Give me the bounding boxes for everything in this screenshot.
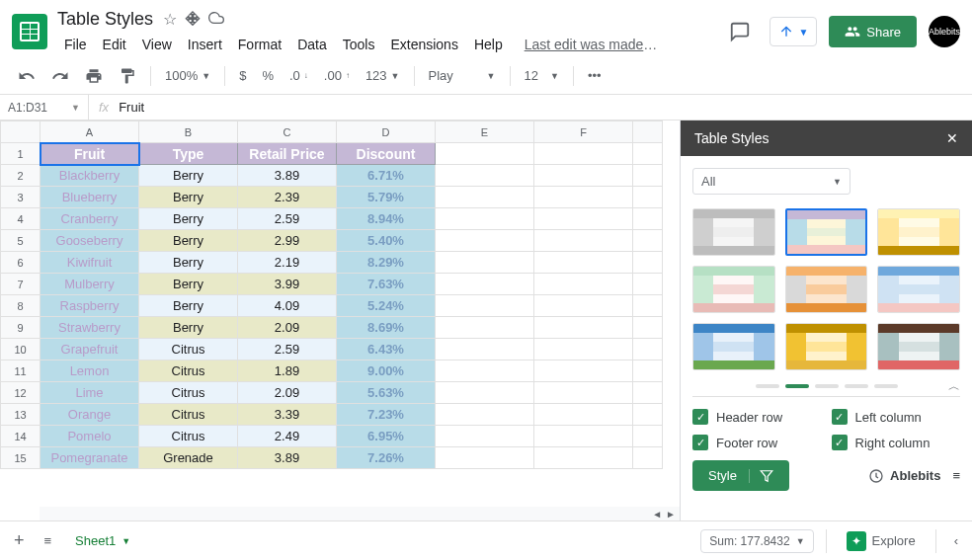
- row-header[interactable]: 13: [1, 404, 40, 426]
- cell[interactable]: 6.95%: [337, 426, 436, 447]
- footer-row-checkbox[interactable]: ✓Footer row: [692, 435, 822, 450]
- cell[interactable]: 6.71%: [337, 165, 436, 187]
- row-header[interactable]: 9: [1, 317, 40, 339]
- cell[interactable]: Cranberry: [40, 208, 139, 230]
- left-column-checkbox[interactable]: ✓Left column: [832, 409, 961, 425]
- cell[interactable]: 7.23%: [337, 404, 436, 426]
- row-header[interactable]: 1: [1, 143, 40, 165]
- filter-icon[interactable]: [749, 469, 773, 483]
- right-column-checkbox[interactable]: ✓Right column: [832, 435, 961, 450]
- menu-format[interactable]: Format: [231, 34, 288, 55]
- cell[interactable]: 9.00%: [337, 360, 436, 382]
- cell[interactable]: 8.29%: [337, 252, 436, 274]
- cell[interactable]: Citrus: [139, 426, 238, 447]
- collapse-icon[interactable]: ︿: [948, 378, 960, 395]
- font-size-select[interactable]: 12 ▼: [519, 64, 565, 87]
- pager-dot[interactable]: [785, 384, 809, 388]
- row-header[interactable]: 5: [1, 230, 40, 252]
- style-thumbnail[interactable]: [692, 208, 775, 256]
- menu-insert[interactable]: Insert: [181, 34, 229, 55]
- menu-tools[interactable]: Tools: [336, 34, 382, 55]
- redo-button[interactable]: [45, 63, 75, 89]
- cell[interactable]: 3.99: [238, 274, 337, 295]
- style-thumbnail[interactable]: [785, 266, 868, 313]
- column-header-C[interactable]: C: [238, 121, 337, 143]
- cell[interactable]: Pomegranate: [40, 447, 139, 469]
- header-row-checkbox[interactable]: ✓Header row: [692, 409, 822, 425]
- star-icon[interactable]: ☆: [163, 10, 177, 29]
- cell[interactable]: Gooseberry: [40, 230, 139, 252]
- select-all-corner[interactable]: [1, 121, 40, 143]
- cell[interactable]: 4.09: [238, 295, 337, 317]
- menu-icon[interactable]: ≡: [952, 468, 960, 483]
- column-header-D[interactable]: D: [337, 121, 436, 143]
- menu-file[interactable]: File: [57, 34, 94, 55]
- cell[interactable]: Berry: [139, 317, 238, 339]
- pager-dot[interactable]: [874, 384, 898, 388]
- cell[interactable]: 5.79%: [337, 187, 436, 208]
- decrease-decimal-button[interactable]: .0↓: [284, 64, 314, 87]
- scroll-right-icon[interactable]: ►: [666, 509, 676, 520]
- spreadsheet-grid[interactable]: ABCDEF1FruitTypeRetail PriceDiscount2Bla…: [0, 120, 680, 520]
- cell[interactable]: Berry: [139, 274, 238, 295]
- percent-button[interactable]: %: [256, 64, 280, 87]
- cell[interactable]: Orange: [40, 404, 139, 426]
- cell[interactable]: 1.89: [238, 360, 337, 382]
- account-avatar[interactable]: Ablebits: [929, 16, 960, 47]
- comments-button[interactable]: [722, 14, 758, 49]
- column-header-A[interactable]: A: [40, 121, 139, 143]
- cell[interactable]: Citrus: [139, 360, 238, 382]
- pager-dot[interactable]: [756, 384, 779, 388]
- style-thumbnail[interactable]: [785, 323, 868, 370]
- move-icon[interactable]: [185, 10, 201, 29]
- name-box[interactable]: A1:D31▼: [0, 95, 89, 120]
- cell[interactable]: Berry: [139, 165, 238, 187]
- sheet-tab[interactable]: Sheet1▼: [65, 527, 140, 554]
- row-header[interactable]: 14: [1, 426, 40, 447]
- style-thumbnail[interactable]: [877, 266, 960, 313]
- table-header-cell[interactable]: Fruit: [40, 143, 139, 165]
- cell[interactable]: Berry: [139, 187, 238, 208]
- menu-edit[interactable]: Edit: [96, 34, 133, 55]
- cell[interactable]: Strawberry: [40, 317, 139, 339]
- cell[interactable]: 2.49: [238, 426, 337, 447]
- horizontal-scrollbar[interactable]: ◄►: [40, 507, 680, 520]
- add-sheet-button[interactable]: +: [8, 526, 31, 555]
- cell[interactable]: 2.39: [238, 187, 337, 208]
- cell[interactable]: 8.69%: [337, 317, 436, 339]
- row-header[interactable]: 4: [1, 208, 40, 230]
- cell[interactable]: Citrus: [139, 382, 238, 404]
- cell[interactable]: Berry: [139, 295, 238, 317]
- cell[interactable]: Berry: [139, 230, 238, 252]
- menu-extensions[interactable]: Extensions: [383, 34, 464, 55]
- row-header[interactable]: 7: [1, 274, 40, 295]
- cell[interactable]: Lemon: [40, 360, 139, 382]
- zoom-select[interactable]: 100% ▼: [159, 64, 216, 87]
- row-header[interactable]: 3: [1, 187, 40, 208]
- menu-help[interactable]: Help: [467, 34, 510, 55]
- apply-style-button[interactable]: Style: [692, 460, 789, 491]
- undo-button[interactable]: [12, 63, 41, 89]
- paint-format-button[interactable]: [113, 63, 142, 89]
- formula-input[interactable]: Fruit: [119, 100, 144, 115]
- explore-button[interactable]: ✦Explore: [839, 527, 924, 555]
- cell[interactable]: 2.99: [238, 230, 337, 252]
- cell[interactable]: 3.39: [238, 404, 337, 426]
- column-header-E[interactable]: E: [436, 121, 534, 143]
- cell[interactable]: Kiwifruit: [40, 252, 139, 274]
- sheets-logo[interactable]: [12, 14, 47, 49]
- cell[interactable]: 7.63%: [337, 274, 436, 295]
- cloud-icon[interactable]: [208, 10, 224, 29]
- cell[interactable]: 3.89: [238, 447, 337, 469]
- row-header[interactable]: 2: [1, 165, 40, 187]
- cell[interactable]: 2.59: [238, 339, 337, 360]
- close-icon[interactable]: ✕: [946, 130, 958, 146]
- row-header[interactable]: 15: [1, 447, 40, 469]
- table-header-cell[interactable]: Retail Price: [238, 143, 337, 165]
- table-header-cell[interactable]: Discount: [337, 143, 436, 165]
- cell[interactable]: Citrus: [139, 339, 238, 360]
- sidebar-collapse-button[interactable]: ‹: [948, 529, 964, 552]
- cell[interactable]: Blackberry: [40, 165, 139, 187]
- currency-button[interactable]: $: [233, 64, 252, 87]
- column-header-B[interactable]: B: [139, 121, 238, 143]
